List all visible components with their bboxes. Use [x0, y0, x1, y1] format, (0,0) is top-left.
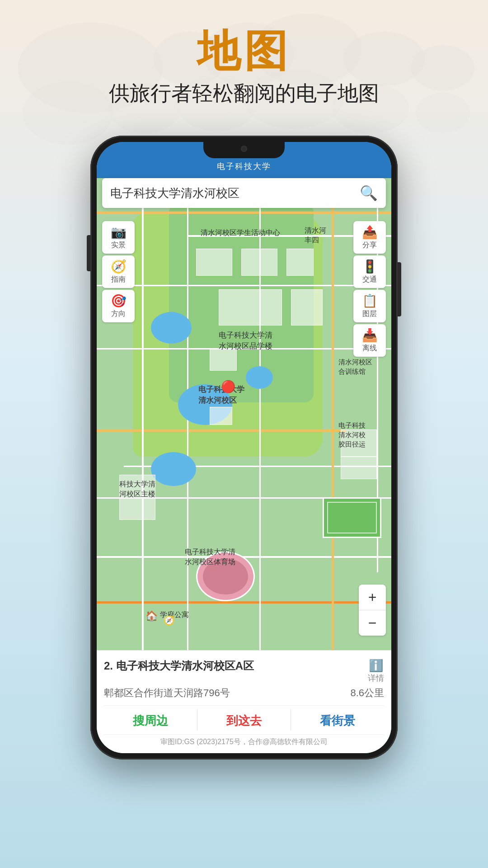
direction-icon: 🎯 — [111, 293, 127, 308]
search-query-text: 电子科技大学清水河校区 — [110, 185, 360, 201]
building1 — [196, 249, 232, 276]
card-address-row: 郫都区合作街道天润路796号 8.6公里 — [104, 686, 384, 700]
layers-label: 图层 — [362, 309, 377, 319]
road-h5 — [97, 429, 346, 432]
left-toolbar: 📷 实景 🧭 指南 🎯 方向 — [102, 221, 135, 322]
map-label-track: 电子科技清水河校胶田径运 — [338, 420, 366, 449]
compass-button[interactable]: 🧭 指南 — [102, 255, 135, 288]
road-h9 — [97, 601, 391, 604]
layers-icon: 📋 — [362, 293, 378, 308]
card-title-text: 电子科技大学清水河校区A区 — [116, 660, 254, 672]
info-icon: ℹ️ — [369, 659, 383, 673]
compass-icon: 🧭 — [111, 259, 127, 274]
direction-button[interactable]: 🎯 方向 — [102, 290, 135, 322]
home-icon: 🏠 — [145, 610, 158, 622]
front-camera — [241, 146, 247, 152]
search-bar-container[interactable]: 电子科技大学清水河校区 🔍 — [102, 178, 386, 208]
street-view-action-button[interactable]: 看街景 — [291, 706, 384, 734]
card-number: 2. — [104, 660, 113, 672]
map-screen[interactable]: 电子科技大学 电子科技大学清水河校区 🔍 — [97, 142, 391, 753]
building4 — [219, 289, 282, 326]
compass-label: 指南 — [111, 275, 126, 284]
road-h3 — [97, 285, 391, 286]
lake1 — [151, 312, 192, 344]
bottom-info-card: 2. 电子科技大学清水河校区A区 ℹ️ 详情 郫都区合作街道天润路796号 8.… — [97, 650, 391, 753]
card-actions: 搜周边 到这去 看街景 — [104, 705, 384, 734]
card-title: 2. 电子科技大学清水河校区A区 — [104, 659, 368, 673]
phone-frame: 电子科技大学 电子科技大学清水河校区 🔍 — [90, 136, 398, 760]
phone-notch — [203, 142, 285, 158]
building7 — [210, 407, 232, 425]
phone-device: 电子科技大学 电子科技大学清水河校区 🔍 — [90, 136, 398, 760]
offline-label: 离线 — [362, 344, 377, 353]
right-toolbar: 📤 分享 🚦 交通 📋 图层 📥 离线 — [353, 221, 386, 357]
compass-small: 🧭 — [164, 615, 175, 626]
phone-screen: 电子科技大学 电子科技大学清水河校区 🔍 — [97, 142, 391, 753]
search-bar[interactable]: 电子科技大学清水河校区 🔍 — [102, 178, 386, 208]
card-address: 郫都区合作街道天润路796号 — [104, 686, 230, 700]
sports-field-inner — [327, 502, 377, 533]
direction-label: 方向 — [111, 309, 126, 319]
share-icon: 📤 — [362, 225, 378, 240]
map-label-1: 清水河校区学生活动中心 — [201, 228, 280, 238]
map-label-main-building: 科技大学清河校区主楼 — [119, 479, 155, 500]
header-section: 地图 供旅行者轻松翻阅的电子地图 — [0, 27, 488, 108]
share-button[interactable]: 📤 分享 — [353, 221, 386, 254]
detail-button[interactable]: ℹ️ 详情 — [368, 659, 384, 684]
map-label-hall: 清水河校区合训练馆 — [338, 357, 372, 376]
building2 — [241, 249, 277, 276]
share-label: 分享 — [362, 241, 377, 250]
card-header: 2. 电子科技大学清水河校区A区 ℹ️ 详情 — [104, 659, 384, 684]
lake3 — [151, 452, 196, 486]
page-title: 地图 — [0, 27, 488, 75]
traffic-button[interactable]: 🚦 交通 — [353, 255, 386, 288]
search-icon[interactable]: 🔍 — [360, 184, 378, 202]
map-label-campus: 电子科技大学清水河校区品学楼 — [219, 330, 272, 352]
building3 — [286, 249, 314, 276]
road-h1 — [97, 212, 391, 214]
location-marker: 🔴 — [221, 380, 235, 394]
offline-button[interactable]: 📥 离线 — [353, 324, 386, 357]
zoom-controls: + − — [359, 585, 386, 636]
building5 — [291, 289, 323, 326]
zoom-out-button[interactable]: − — [359, 610, 386, 636]
pond1 — [246, 366, 273, 389]
street-view-button[interactable]: 📷 实景 — [102, 221, 135, 254]
street-view-label: 实景 — [111, 241, 126, 250]
card-distance: 8.6公里 — [350, 686, 384, 700]
search-nearby-button[interactable]: 搜周边 — [104, 706, 197, 734]
traffic-icon: 🚦 — [362, 259, 378, 274]
building9 — [341, 457, 377, 479]
traffic-label: 交通 — [362, 275, 377, 284]
layers-button[interactable]: 📋 图层 — [353, 290, 386, 322]
map-label-stadium: 电子科技大学清水河校区体育场 — [185, 547, 235, 567]
camera-icon: 📷 — [111, 225, 127, 240]
offline-icon: 📥 — [362, 328, 378, 343]
zoom-in-button[interactable]: + — [359, 585, 386, 610]
detail-label: 详情 — [368, 673, 384, 684]
map-label-2: 清水河丰四 — [305, 226, 326, 245]
navigate-button[interactable]: 到这去 — [197, 706, 291, 734]
card-footer: 审图ID:GS (2023)2175号，合作@高德软件有限公司 — [104, 734, 384, 749]
top-bar-label: 电子科技大学 — [97, 161, 391, 172]
page-subtitle: 供旅行者轻松翻阅的电子地图 — [0, 80, 488, 108]
